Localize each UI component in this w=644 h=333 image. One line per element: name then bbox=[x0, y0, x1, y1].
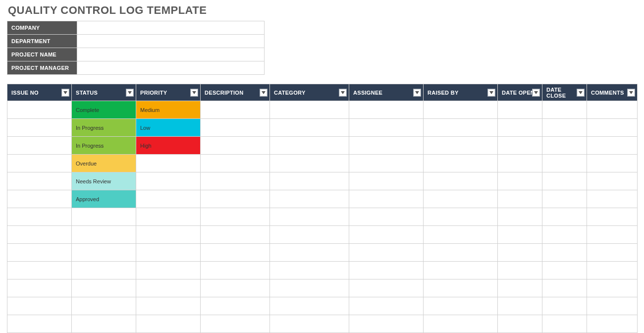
cell-category[interactable] bbox=[270, 262, 349, 279]
cell-priority[interactable] bbox=[136, 315, 201, 333]
cell-status[interactable] bbox=[72, 262, 136, 279]
cell-assignee[interactable] bbox=[349, 119, 424, 137]
filter-dropdown-icon[interactable] bbox=[487, 89, 495, 97]
cell-status[interactable]: In Progress bbox=[72, 137, 136, 155]
cell-status[interactable]: Complete bbox=[72, 101, 136, 119]
cell-priority[interactable] bbox=[136, 190, 201, 208]
cell-comments[interactable] bbox=[587, 279, 638, 297]
cell-category[interactable] bbox=[270, 315, 349, 333]
cell-priority[interactable] bbox=[136, 244, 201, 262]
cell-date_close[interactable] bbox=[542, 155, 587, 172]
cell-raised_by[interactable] bbox=[424, 119, 498, 137]
cell-description[interactable] bbox=[201, 315, 270, 333]
company-value[interactable] bbox=[77, 21, 265, 35]
cell-status[interactable] bbox=[72, 208, 136, 226]
cell-category[interactable] bbox=[270, 155, 349, 172]
cell-date_close[interactable] bbox=[542, 101, 587, 119]
cell-status[interactable] bbox=[72, 244, 136, 262]
cell-category[interactable] bbox=[270, 244, 349, 262]
cell-issue_no[interactable] bbox=[7, 155, 72, 172]
cell-category[interactable] bbox=[270, 226, 349, 244]
cell-date_open[interactable] bbox=[498, 101, 542, 119]
cell-assignee[interactable] bbox=[349, 101, 424, 119]
col-header-date_close[interactable]: DATE CLOSE bbox=[542, 84, 587, 101]
cell-issue_no[interactable] bbox=[7, 172, 72, 190]
cell-comments[interactable] bbox=[587, 244, 638, 262]
col-header-raised_by[interactable]: RAISED BY bbox=[424, 84, 498, 101]
cell-raised_by[interactable] bbox=[424, 155, 498, 172]
cell-priority[interactable]: Low bbox=[136, 119, 201, 137]
filter-dropdown-icon[interactable] bbox=[61, 89, 69, 97]
cell-assignee[interactable] bbox=[349, 279, 424, 297]
cell-description[interactable] bbox=[201, 244, 270, 262]
cell-description[interactable] bbox=[201, 101, 270, 119]
col-header-status[interactable]: STATUS bbox=[72, 84, 136, 101]
cell-raised_by[interactable] bbox=[424, 226, 498, 244]
cell-issue_no[interactable] bbox=[7, 226, 72, 244]
cell-category[interactable] bbox=[270, 172, 349, 190]
cell-raised_by[interactable] bbox=[424, 297, 498, 315]
cell-date_close[interactable] bbox=[542, 119, 587, 137]
cell-date_open[interactable] bbox=[498, 226, 542, 244]
cell-status[interactable]: Approved bbox=[72, 190, 136, 208]
cell-description[interactable] bbox=[201, 137, 270, 155]
cell-description[interactable] bbox=[201, 226, 270, 244]
cell-issue_no[interactable] bbox=[7, 262, 72, 279]
cell-priority[interactable] bbox=[136, 172, 201, 190]
cell-issue_no[interactable] bbox=[7, 244, 72, 262]
cell-status[interactable] bbox=[72, 226, 136, 244]
filter-dropdown-icon[interactable] bbox=[532, 89, 540, 97]
cell-date_open[interactable] bbox=[498, 172, 542, 190]
cell-assignee[interactable] bbox=[349, 155, 424, 172]
cell-category[interactable] bbox=[270, 119, 349, 137]
project-manager-value[interactable] bbox=[77, 61, 265, 75]
cell-date_close[interactable] bbox=[542, 244, 587, 262]
cell-date_open[interactable] bbox=[498, 297, 542, 315]
cell-comments[interactable] bbox=[587, 190, 638, 208]
cell-raised_by[interactable] bbox=[424, 315, 498, 333]
cell-priority[interactable] bbox=[136, 226, 201, 244]
cell-priority[interactable] bbox=[136, 262, 201, 279]
cell-assignee[interactable] bbox=[349, 315, 424, 333]
filter-dropdown-icon[interactable] bbox=[190, 89, 198, 97]
cell-date_close[interactable] bbox=[542, 190, 587, 208]
cell-date_open[interactable] bbox=[498, 315, 542, 333]
project-name-value[interactable] bbox=[77, 48, 265, 61]
filter-dropdown-icon[interactable] bbox=[339, 89, 347, 97]
cell-date_open[interactable] bbox=[498, 279, 542, 297]
cell-description[interactable] bbox=[201, 172, 270, 190]
col-header-category[interactable]: CATEGORY bbox=[270, 84, 349, 101]
cell-comments[interactable] bbox=[587, 226, 638, 244]
cell-comments[interactable] bbox=[587, 101, 638, 119]
col-header-comments[interactable]: COMMENTS bbox=[587, 84, 638, 101]
cell-date_close[interactable] bbox=[542, 208, 587, 226]
cell-date_close[interactable] bbox=[542, 262, 587, 279]
cell-category[interactable] bbox=[270, 208, 349, 226]
cell-description[interactable] bbox=[201, 155, 270, 172]
cell-comments[interactable] bbox=[587, 262, 638, 279]
cell-date_close[interactable] bbox=[542, 297, 587, 315]
cell-category[interactable] bbox=[270, 190, 349, 208]
cell-comments[interactable] bbox=[587, 315, 638, 333]
cell-category[interactable] bbox=[270, 297, 349, 315]
cell-issue_no[interactable] bbox=[7, 315, 72, 333]
cell-assignee[interactable] bbox=[349, 226, 424, 244]
cell-date_close[interactable] bbox=[542, 137, 587, 155]
cell-category[interactable] bbox=[270, 101, 349, 119]
cell-date_open[interactable] bbox=[498, 208, 542, 226]
cell-status[interactable]: Needs Review bbox=[72, 172, 136, 190]
cell-issue_no[interactable] bbox=[7, 119, 72, 137]
cell-raised_by[interactable] bbox=[424, 208, 498, 226]
cell-date_close[interactable] bbox=[542, 315, 587, 333]
cell-date_close[interactable] bbox=[542, 279, 587, 297]
cell-priority[interactable] bbox=[136, 155, 201, 172]
cell-assignee[interactable] bbox=[349, 208, 424, 226]
department-value[interactable] bbox=[77, 35, 265, 48]
filter-dropdown-icon[interactable] bbox=[413, 89, 421, 97]
col-header-issue_no[interactable]: ISSUE NO bbox=[7, 84, 72, 101]
cell-raised_by[interactable] bbox=[424, 172, 498, 190]
cell-description[interactable] bbox=[201, 297, 270, 315]
cell-priority[interactable] bbox=[136, 279, 201, 297]
cell-description[interactable] bbox=[201, 262, 270, 279]
cell-raised_by[interactable] bbox=[424, 262, 498, 279]
